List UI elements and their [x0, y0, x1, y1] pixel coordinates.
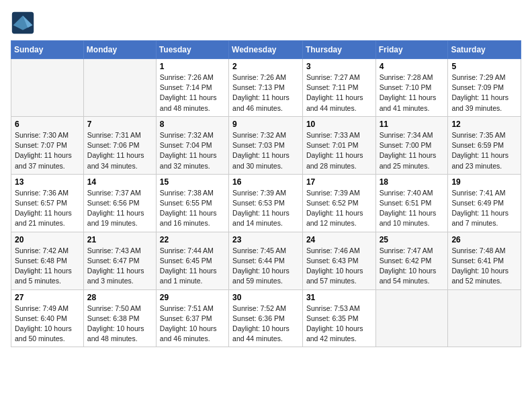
col-header-sunday: Sunday	[11, 41, 84, 59]
day-detail: Sunrise: 7:48 AM Sunset: 6:41 PM Dayligh…	[451, 246, 517, 287]
day-number: 27	[15, 293, 80, 302]
calendar-cell: 8Sunrise: 7:32 AM Sunset: 7:04 PM Daylig…	[156, 116, 228, 174]
calendar-cell: 31Sunrise: 7:53 AM Sunset: 6:35 PM Dayli…	[302, 289, 375, 347]
calendar-cell: 6Sunrise: 7:30 AM Sunset: 7:07 PM Daylig…	[11, 116, 84, 174]
col-header-monday: Monday	[83, 41, 156, 59]
day-detail: Sunrise: 7:50 AM Sunset: 6:38 PM Dayligh…	[87, 304, 152, 345]
calendar-cell: 17Sunrise: 7:39 AM Sunset: 6:52 PM Dayli…	[302, 174, 375, 232]
calendar-cell: 23Sunrise: 7:45 AM Sunset: 6:44 PM Dayli…	[229, 232, 303, 289]
day-number: 16	[232, 177, 299, 187]
calendar-cell: 28Sunrise: 7:50 AM Sunset: 6:38 PM Dayli…	[83, 289, 156, 347]
week-row-3: 13Sunrise: 7:36 AM Sunset: 6:57 PM Dayli…	[11, 174, 521, 232]
calendar-cell: 4Sunrise: 7:28 AM Sunset: 7:10 PM Daylig…	[375, 59, 448, 117]
day-detail: Sunrise: 7:39 AM Sunset: 6:52 PM Dayligh…	[306, 188, 372, 229]
day-number: 22	[160, 235, 225, 244]
day-detail: Sunrise: 7:39 AM Sunset: 6:53 PM Dayligh…	[232, 188, 299, 229]
day-detail: Sunrise: 7:26 AM Sunset: 7:14 PM Dayligh…	[160, 73, 225, 113]
day-detail: Sunrise: 7:38 AM Sunset: 6:55 PM Dayligh…	[160, 188, 225, 229]
day-number: 3	[306, 62, 372, 71]
day-detail: Sunrise: 7:52 AM Sunset: 6:36 PM Dayligh…	[232, 304, 299, 345]
col-header-saturday: Saturday	[448, 41, 521, 59]
calendar-cell: 24Sunrise: 7:46 AM Sunset: 6:43 PM Dayli…	[302, 232, 375, 289]
day-number: 1	[160, 62, 225, 71]
day-detail: Sunrise: 7:51 AM Sunset: 6:37 PM Dayligh…	[160, 304, 225, 345]
day-number: 14	[87, 177, 152, 187]
day-number: 7	[87, 120, 152, 129]
day-detail: Sunrise: 7:30 AM Sunset: 7:07 PM Dayligh…	[15, 130, 80, 171]
day-detail: Sunrise: 7:41 AM Sunset: 6:49 PM Dayligh…	[451, 188, 517, 229]
day-number: 24	[306, 235, 372, 244]
day-number: 12	[451, 120, 517, 129]
day-detail: Sunrise: 7:26 AM Sunset: 7:13 PM Dayligh…	[232, 73, 299, 113]
day-number: 17	[306, 177, 372, 187]
day-detail: Sunrise: 7:42 AM Sunset: 6:48 PM Dayligh…	[15, 246, 80, 287]
day-number: 6	[15, 120, 80, 129]
day-number: 18	[380, 177, 445, 187]
day-detail: Sunrise: 7:28 AM Sunset: 7:10 PM Dayligh…	[380, 73, 445, 113]
day-number: 28	[87, 293, 152, 302]
calendar-cell: 10Sunrise: 7:33 AM Sunset: 7:01 PM Dayli…	[302, 116, 375, 174]
calendar-cell: 15Sunrise: 7:38 AM Sunset: 6:55 PM Dayli…	[156, 174, 228, 232]
calendar-cell: 16Sunrise: 7:39 AM Sunset: 6:53 PM Dayli…	[229, 174, 303, 232]
calendar-cell: 27Sunrise: 7:49 AM Sunset: 6:40 PM Dayli…	[11, 289, 84, 347]
day-number: 29	[160, 293, 225, 302]
logo-icon	[11, 11, 35, 35]
day-detail: Sunrise: 7:32 AM Sunset: 7:04 PM Dayligh…	[160, 130, 225, 171]
day-number: 19	[451, 177, 517, 187]
calendar-cell: 5Sunrise: 7:29 AM Sunset: 7:09 PM Daylig…	[448, 59, 521, 117]
page-header	[11, 11, 521, 35]
day-detail: Sunrise: 7:40 AM Sunset: 6:51 PM Dayligh…	[380, 188, 445, 229]
day-number: 21	[87, 235, 152, 244]
calendar-cell: 29Sunrise: 7:51 AM Sunset: 6:37 PM Dayli…	[156, 289, 228, 347]
day-number: 23	[232, 235, 299, 244]
day-detail: Sunrise: 7:47 AM Sunset: 6:42 PM Dayligh…	[380, 246, 445, 287]
day-detail: Sunrise: 7:49 AM Sunset: 6:40 PM Dayligh…	[15, 304, 80, 345]
calendar-cell: 13Sunrise: 7:36 AM Sunset: 6:57 PM Dayli…	[11, 174, 84, 232]
day-number: 26	[451, 235, 517, 244]
col-header-tuesday: Tuesday	[156, 41, 228, 59]
week-row-1: 1Sunrise: 7:26 AM Sunset: 7:14 PM Daylig…	[11, 59, 521, 117]
day-number: 13	[15, 177, 80, 187]
calendar-cell: 18Sunrise: 7:40 AM Sunset: 6:51 PM Dayli…	[375, 174, 448, 232]
day-detail: Sunrise: 7:45 AM Sunset: 6:44 PM Dayligh…	[232, 246, 299, 287]
day-number: 10	[306, 120, 372, 129]
calendar-cell: 12Sunrise: 7:35 AM Sunset: 6:59 PM Dayli…	[448, 116, 521, 174]
day-detail: Sunrise: 7:29 AM Sunset: 7:09 PM Dayligh…	[451, 73, 517, 113]
day-detail: Sunrise: 7:46 AM Sunset: 6:43 PM Dayligh…	[306, 246, 372, 287]
col-header-friday: Friday	[375, 41, 448, 59]
day-detail: Sunrise: 7:36 AM Sunset: 6:57 PM Dayligh…	[15, 188, 80, 229]
day-number: 4	[380, 62, 445, 71]
day-number: 9	[232, 120, 299, 129]
day-number: 11	[380, 120, 445, 129]
day-number: 25	[380, 235, 445, 244]
day-number: 8	[160, 120, 225, 129]
calendar-cell	[375, 289, 448, 347]
calendar-cell: 7Sunrise: 7:31 AM Sunset: 7:06 PM Daylig…	[83, 116, 156, 174]
calendar-cell: 9Sunrise: 7:32 AM Sunset: 7:03 PM Daylig…	[229, 116, 303, 174]
logo	[11, 11, 38, 35]
calendar-cell: 25Sunrise: 7:47 AM Sunset: 6:42 PM Dayli…	[375, 232, 448, 289]
day-detail: Sunrise: 7:37 AM Sunset: 6:56 PM Dayligh…	[87, 188, 152, 229]
calendar-cell: 19Sunrise: 7:41 AM Sunset: 6:49 PM Dayli…	[448, 174, 521, 232]
day-detail: Sunrise: 7:44 AM Sunset: 6:45 PM Dayligh…	[160, 246, 225, 287]
day-detail: Sunrise: 7:53 AM Sunset: 6:35 PM Dayligh…	[306, 304, 372, 345]
day-detail: Sunrise: 7:31 AM Sunset: 7:06 PM Dayligh…	[87, 130, 152, 171]
calendar-cell: 2Sunrise: 7:26 AM Sunset: 7:13 PM Daylig…	[229, 59, 303, 117]
day-detail: Sunrise: 7:33 AM Sunset: 7:01 PM Dayligh…	[306, 130, 372, 171]
day-number: 20	[15, 235, 80, 244]
calendar-cell	[448, 289, 521, 347]
calendar-cell: 14Sunrise: 7:37 AM Sunset: 6:56 PM Dayli…	[83, 174, 156, 232]
calendar-cell: 3Sunrise: 7:27 AM Sunset: 7:11 PM Daylig…	[302, 59, 375, 117]
day-detail: Sunrise: 7:32 AM Sunset: 7:03 PM Dayligh…	[232, 130, 299, 171]
day-detail: Sunrise: 7:34 AM Sunset: 7:00 PM Dayligh…	[380, 130, 445, 171]
day-number: 31	[306, 293, 372, 302]
week-row-2: 6Sunrise: 7:30 AM Sunset: 7:07 PM Daylig…	[11, 116, 521, 174]
col-header-wednesday: Wednesday	[229, 41, 303, 59]
calendar-cell	[83, 59, 156, 117]
week-row-5: 27Sunrise: 7:49 AM Sunset: 6:40 PM Dayli…	[11, 289, 521, 347]
calendar-table: SundayMondayTuesdayWednesdayThursdayFrid…	[11, 40, 521, 347]
calendar-cell	[11, 59, 84, 117]
day-number: 2	[232, 62, 299, 71]
calendar-cell: 11Sunrise: 7:34 AM Sunset: 7:00 PM Dayli…	[375, 116, 448, 174]
calendar-cell: 26Sunrise: 7:48 AM Sunset: 6:41 PM Dayli…	[448, 232, 521, 289]
